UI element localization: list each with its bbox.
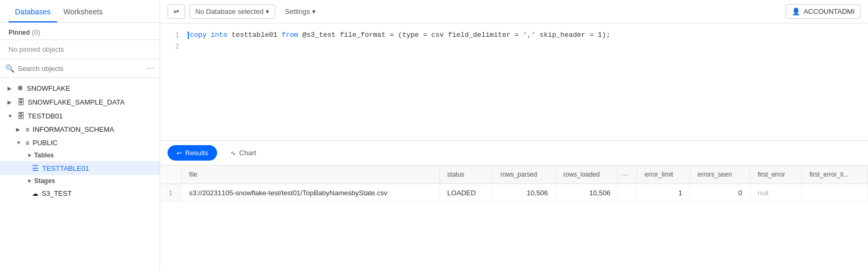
chevron-stages: ▼	[27, 178, 32, 184]
tab-worksheets[interactable]: Worksheets	[57, 0, 109, 22]
results-tab-label: Results	[185, 149, 208, 157]
toolbar-left: ⇌ No Database selected ▾ Settings ▾	[168, 4, 321, 19]
col-first-error-li: first_error_li...	[802, 165, 868, 184]
stage-icon: ☁	[32, 190, 38, 197]
data-table: file status rows_parsed rows_loaded ··· …	[160, 165, 868, 202]
editor-area[interactable]: 1 copy into testtable01 from @s3_test fi…	[160, 23, 868, 141]
col-errors-seen: errors_seen	[690, 165, 750, 184]
sidebar-tabs: Databases Worksheets	[0, 0, 160, 23]
settings-button[interactable]: Settings ▾	[280, 5, 321, 18]
tree-item-testdb01[interactable]: ▼ 🗄 TESTDB01	[0, 109, 160, 123]
code-skip: skip_header = 1);	[536, 31, 610, 39]
kw-into: into	[211, 31, 232, 39]
no-pinned-text: No pinned objects	[0, 40, 160, 59]
tree-label-public: PUBLIC	[33, 139, 58, 147]
line-num-1: 1	[171, 30, 179, 41]
db-testdb01-icon: 🗄	[17, 112, 25, 120]
stages-section[interactable]: ▼ Stages	[0, 175, 160, 187]
account-icon: 👤	[792, 7, 800, 15]
snowflake-icon: ❄	[17, 84, 23, 92]
table-header-row: file status rows_parsed rows_loaded ··· …	[160, 165, 868, 184]
tree-area: ▶ ❄ SNOWFLAKE ▶ 🗄 SNOWFLAKE_SAMPLE_DATA …	[0, 78, 160, 270]
code-testtable: testtable01	[232, 31, 282, 39]
cell-file: s3://20231105-snowflake-test/test01/TopB…	[181, 184, 440, 202]
col-first-error: first_error	[750, 165, 802, 184]
results-tabs: ↩ Results ∿ Chart	[160, 141, 868, 165]
cursor	[188, 31, 189, 39]
search-input[interactable]	[18, 65, 144, 73]
chevron-public: ▼	[16, 140, 23, 146]
db-sample-icon: 🗄	[17, 98, 25, 106]
chevron-snowflake: ▶	[7, 85, 15, 91]
tree-item-sample-data[interactable]: ▶ 🗄 SNOWFLAKE_SAMPLE_DATA	[0, 95, 160, 109]
search-icon: 🔍	[5, 64, 14, 73]
tables-section[interactable]: ▼ Tables	[0, 149, 160, 161]
cell-row-num: 1	[160, 184, 181, 202]
chevron-testdb01: ▼	[7, 113, 15, 119]
db-selector-label: No Database selected	[195, 7, 264, 15]
settings-label: Settings	[285, 7, 310, 15]
table-icon: ☰	[32, 164, 39, 172]
pinned-count: (0)	[32, 28, 41, 36]
tree-item-testtable01[interactable]: ☰ TESTTABLE01	[0, 161, 160, 175]
tree-item-s3test[interactable]: ☁ S3_TEST	[0, 187, 160, 200]
chart-tab-label: Chart	[239, 149, 256, 157]
code-line-2: 2	[160, 41, 868, 52]
line-num-2: 2	[171, 41, 179, 52]
tree-label-snowflake: SNOWFLAKE	[27, 84, 70, 92]
tab-databases[interactable]: Databases	[9, 0, 57, 22]
col-row-num	[160, 165, 181, 184]
kw-copy: copy	[190, 31, 211, 39]
line-code-2	[188, 41, 192, 52]
db-selector[interactable]: No Database selected ▾	[189, 4, 275, 19]
tree-label-testtable01: TESTTABLE01	[42, 164, 89, 172]
cell-errors-seen: 0	[690, 184, 750, 202]
tree-label-info-schema: INFORMATION_SCHEMA	[33, 125, 114, 133]
col-file: file	[181, 165, 440, 184]
search-more-icon[interactable]: ···	[147, 63, 154, 73]
tables-section-label: Tables	[34, 152, 54, 159]
cell-rows-parsed: 10,506	[492, 184, 555, 202]
sidebar: Databases Worksheets Pinned (0) No pinne…	[0, 0, 160, 270]
col-rows-loaded: rows_loaded	[556, 165, 618, 184]
tree-label-testdb01: TESTDB01	[28, 112, 63, 120]
col-rows-parsed: rows_parsed	[492, 165, 555, 184]
chevron-sample-data: ▶	[7, 99, 15, 105]
db-dropdown-icon: ▾	[266, 7, 269, 15]
kw-from: from	[282, 31, 302, 39]
col-more: ···	[618, 165, 637, 184]
results-table: file status rows_parsed rows_loaded ··· …	[160, 165, 868, 270]
account-label: ACCOUNTADMI	[803, 7, 855, 15]
tab-chart[interactable]: ∿ Chart	[221, 145, 265, 161]
pinned-label: Pinned	[9, 29, 30, 36]
stages-section-label: Stages	[34, 177, 55, 185]
code-line-1: 1 copy into testtable01 from @s3_test fi…	[160, 30, 868, 41]
tree-item-public[interactable]: ▼ ≡ PUBLIC	[0, 136, 160, 149]
cell-more	[618, 184, 637, 202]
col-error-limit: error_limit	[637, 165, 690, 184]
cell-rows-loaded: 10,506	[556, 184, 618, 202]
tab-results[interactable]: ↩ Results	[168, 145, 217, 161]
search-row: 🔍 ···	[0, 59, 160, 78]
string-delimiter: ','	[523, 31, 535, 39]
chart-icon: ∿	[230, 149, 236, 157]
toolbar: ⇌ No Database selected ▾ Settings ▾ 👤 AC…	[160, 0, 868, 23]
line-code-1: copy into testtable01 from @s3_test file…	[188, 30, 610, 41]
col-status: status	[440, 165, 493, 184]
settings-dropdown-icon: ▾	[312, 7, 316, 15]
filter-button[interactable]: ⇌	[168, 4, 185, 19]
tree-item-information-schema[interactable]: ▶ ≡ INFORMATION_SCHEMA	[0, 123, 160, 136]
cell-first-error-li	[802, 184, 868, 202]
cell-error-limit: 1	[637, 184, 690, 202]
results-icon: ↩	[177, 149, 182, 157]
cell-status: LOADED	[440, 184, 493, 202]
tree-item-snowflake[interactable]: ▶ ❄ SNOWFLAKE	[0, 81, 160, 95]
tree-label-s3test: S3_TEST	[42, 189, 71, 197]
code-s3: @s3_test file_format = (type = csv field…	[302, 31, 523, 39]
account-button[interactable]: 👤 ACCOUNTADMI	[786, 4, 861, 19]
schema-icon: ≡	[26, 126, 29, 133]
chevron-tables: ▼	[27, 153, 32, 158]
pinned-section: Pinned (0)	[0, 23, 160, 40]
chevron-info-schema: ▶	[16, 126, 23, 132]
tree-label-sample-data: SNOWFLAKE_SAMPLE_DATA	[28, 98, 125, 106]
